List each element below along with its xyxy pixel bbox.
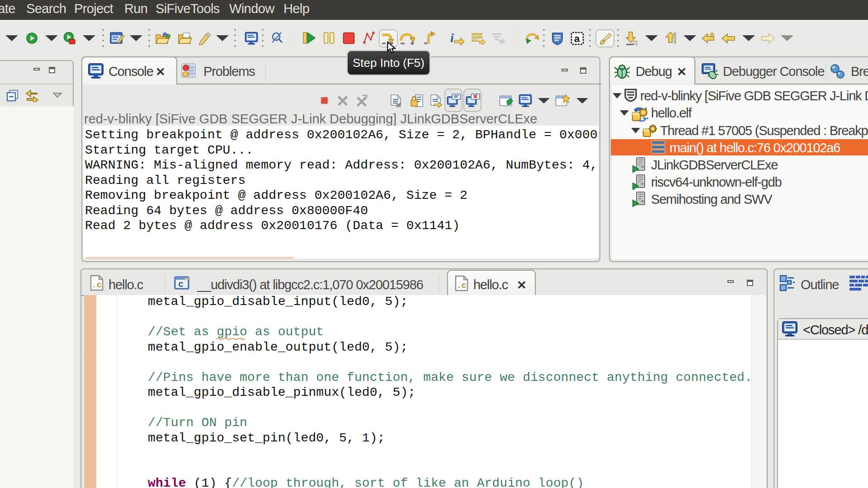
svg-text:.c: .c — [457, 281, 467, 290]
svg-text:a: a — [574, 33, 580, 44]
svg-text:i: i — [450, 31, 454, 45]
svg-text:.c: .c — [92, 281, 102, 290]
svg-text:c: c — [178, 279, 184, 290]
